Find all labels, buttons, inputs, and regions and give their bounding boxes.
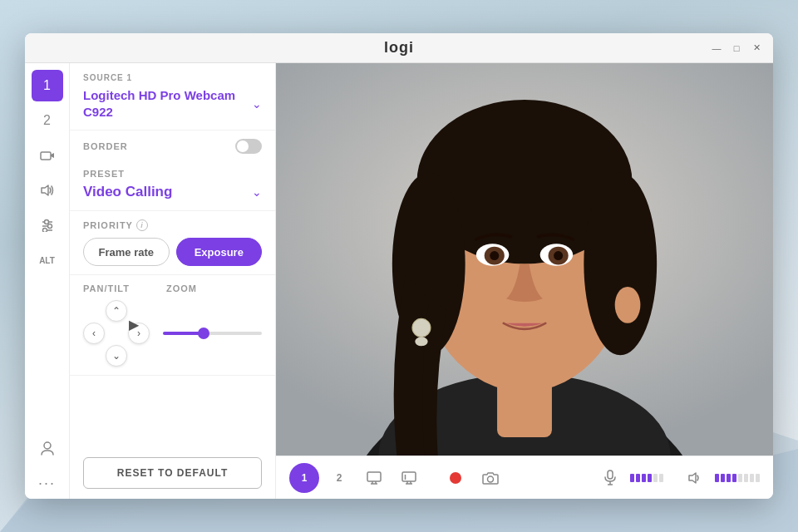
svg-point-27	[412, 318, 431, 337]
level-seg-5	[653, 474, 658, 482]
bottom-toolbar: 1 2	[276, 456, 773, 499]
source-label: SOURCE 1	[83, 73, 262, 82]
priority-label: PRIORITY i	[83, 219, 262, 231]
svg-point-25	[490, 251, 499, 260]
volume-button[interactable]	[680, 463, 710, 493]
svg-marker-44	[689, 473, 696, 483]
priority-exposure-button[interactable]: Exposure	[176, 238, 263, 266]
pan-controls: ⌃ ⌄ ‹ › ▶	[83, 300, 150, 367]
audio-seg-3	[727, 474, 731, 482]
sidebar-item-source1[interactable]: 1	[32, 70, 63, 101]
sidebar-item-more[interactable]: ···	[32, 467, 63, 499]
title-bar: logi — □ ✕	[25, 33, 773, 63]
audio-seg-8	[756, 474, 760, 482]
pan-up-button[interactable]: ⌃	[106, 300, 127, 322]
window-controls: — □ ✕	[710, 42, 763, 55]
camera-name: Logitech HD Pro Webcam C922	[83, 87, 252, 120]
info-icon[interactable]: i	[136, 219, 148, 231]
level-seg-2	[636, 474, 640, 482]
source1-icon: 1	[43, 78, 51, 93]
speaker-icon	[40, 184, 55, 197]
toolbar-monitor2-button[interactable]	[394, 463, 424, 493]
pan-zoom-section: PAN/TILT ZOOM ⌃ ⌄ ‹ › ▶	[70, 275, 275, 376]
source-section: SOURCE 1 Logitech HD Pro Webcam C922 ⌄	[70, 63, 275, 131]
record-button[interactable]	[441, 463, 470, 493]
svg-point-39	[450, 472, 461, 484]
svg-point-20	[584, 173, 657, 356]
audio-seg-7	[750, 474, 754, 482]
preset-select[interactable]: Video Calling ⌄	[83, 184, 262, 200]
zoom-slider[interactable]	[163, 332, 262, 335]
video-preview	[276, 63, 773, 456]
toolbar-source2-button[interactable]: 2	[324, 463, 354, 493]
pan-zoom-headers: PAN/TILT ZOOM	[83, 283, 262, 293]
more-dots-icon: ···	[38, 475, 56, 492]
svg-point-8	[44, 220, 48, 224]
user-icon	[41, 441, 54, 456]
svg-point-26	[554, 251, 563, 260]
priority-framerate-button[interactable]: Frame rate	[83, 238, 170, 266]
level-seg-3	[642, 474, 646, 482]
mic-button[interactable]	[595, 463, 625, 493]
svg-rect-2	[41, 152, 51, 160]
reset-button[interactable]: RESET TO DEFAULT	[83, 457, 262, 489]
svg-marker-4	[42, 185, 48, 195]
video-level-bar	[630, 474, 663, 482]
sidebar-item-camera[interactable]	[32, 140, 63, 171]
preset-label: PRESET	[83, 169, 262, 179]
video-display	[276, 63, 773, 456]
screenshot-button[interactable]	[475, 463, 505, 493]
audio-seg-4	[732, 474, 736, 482]
camera-shot-icon	[482, 471, 499, 485]
border-toggle[interactable]	[235, 139, 262, 154]
border-label: BORDER	[83, 141, 128, 151]
toolbar-source1-button[interactable]: 1	[289, 463, 319, 493]
border-toggle-knob	[237, 140, 249, 152]
preset-chevron-icon: ⌄	[252, 185, 262, 199]
audio-level-bar	[715, 474, 760, 482]
pan-down-button[interactable]: ⌄	[106, 345, 127, 367]
svg-point-28	[415, 337, 427, 346]
audio-seg-1	[715, 474, 719, 482]
svg-rect-34	[402, 472, 416, 481]
toolbar-monitor1-button[interactable]	[359, 463, 389, 493]
maximize-button[interactable]: □	[730, 42, 743, 55]
monitor1-icon	[367, 471, 382, 485]
sidebar-item-audio[interactable]	[32, 175, 63, 206]
sidebar-item-alt[interactable]: ALT	[32, 244, 63, 276]
camera-select[interactable]: Logitech HD Pro Webcam C922 ⌄	[83, 87, 262, 120]
mic-icon	[604, 470, 616, 486]
preset-value: Video Calling	[83, 184, 172, 200]
pan-left-button[interactable]: ‹	[83, 323, 105, 344]
source2-icon: 2	[43, 113, 51, 128]
border-setting: BORDER	[70, 131, 275, 162]
settings-panel: SOURCE 1 Logitech HD Pro Webcam C922 ⌄ B…	[70, 63, 276, 499]
pan-zoom-controls: ⌃ ⌄ ‹ › ▶	[83, 300, 262, 367]
camera-icon	[40, 150, 55, 161]
sidebar-item-user[interactable]	[32, 432, 63, 464]
svg-rect-41	[608, 470, 613, 479]
volume-icon	[687, 471, 702, 485]
pan-right-button[interactable]: ›	[128, 323, 150, 344]
svg-point-29	[615, 287, 641, 323]
pan-tilt-label: PAN/TILT	[83, 283, 166, 293]
sidebar-icons: 1 2	[25, 63, 70, 499]
priority-section: PRIORITY i Frame rate Exposure	[70, 211, 275, 275]
minimize-button[interactable]: —	[710, 42, 723, 55]
audio-seg-6	[744, 474, 748, 482]
level-seg-1	[630, 474, 634, 482]
sidebar-item-mixer[interactable]	[32, 209, 63, 241]
audio-seg-5	[738, 474, 742, 482]
level-seg-6	[659, 474, 663, 482]
preset-section: PRESET Video Calling ⌄	[70, 162, 275, 211]
svg-rect-30	[367, 472, 381, 481]
sidebar-item-source2[interactable]: 2	[32, 105, 63, 136]
camera-chevron-icon: ⌄	[252, 97, 262, 111]
monitor2-icon	[401, 471, 416, 485]
priority-buttons: Frame rate Exposure	[83, 238, 262, 266]
svg-point-9	[47, 224, 52, 229]
level-seg-4	[648, 474, 652, 482]
app-logo: logi	[384, 39, 414, 57]
reset-section: RESET TO DEFAULT	[70, 447, 275, 499]
close-button[interactable]: ✕	[750, 42, 763, 55]
